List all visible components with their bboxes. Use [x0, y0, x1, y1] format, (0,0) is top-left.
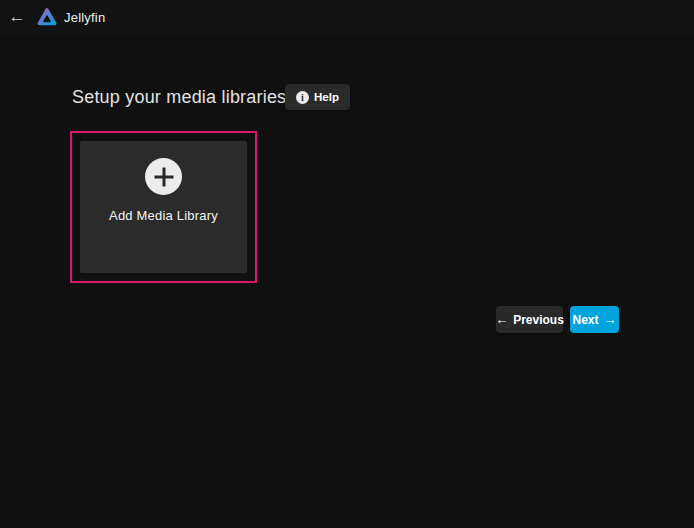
- info-icon: i: [296, 91, 309, 104]
- page-title: Setup your media libraries: [72, 87, 286, 108]
- add-media-library-label: Add Media Library: [109, 208, 218, 223]
- add-media-library-card[interactable]: Add Media Library: [70, 131, 257, 283]
- back-button[interactable]: ←: [0, 0, 34, 34]
- previous-button-label: Previous: [513, 313, 564, 327]
- setup-wizard-page: ← Jellyfin Setup your media libraries i …: [0, 0, 694, 528]
- next-button[interactable]: Next →: [570, 306, 619, 333]
- app-logo: Jellyfin: [36, 6, 105, 28]
- plus-icon: [145, 158, 182, 195]
- previous-button[interactable]: ← Previous: [496, 306, 563, 333]
- help-button-label: Help: [314, 91, 339, 103]
- jellyfin-logo-icon: [36, 6, 58, 28]
- app-title: Jellyfin: [64, 10, 105, 25]
- next-button-label: Next: [573, 313, 599, 327]
- arrow-left-icon: ←: [495, 313, 508, 326]
- arrow-left-icon: ←: [9, 7, 26, 27]
- help-button[interactable]: i Help: [285, 84, 350, 110]
- arrow-right-icon: →: [604, 313, 617, 326]
- header-bar: ← Jellyfin: [0, 0, 694, 34]
- add-media-library-card-body: Add Media Library: [80, 141, 247, 273]
